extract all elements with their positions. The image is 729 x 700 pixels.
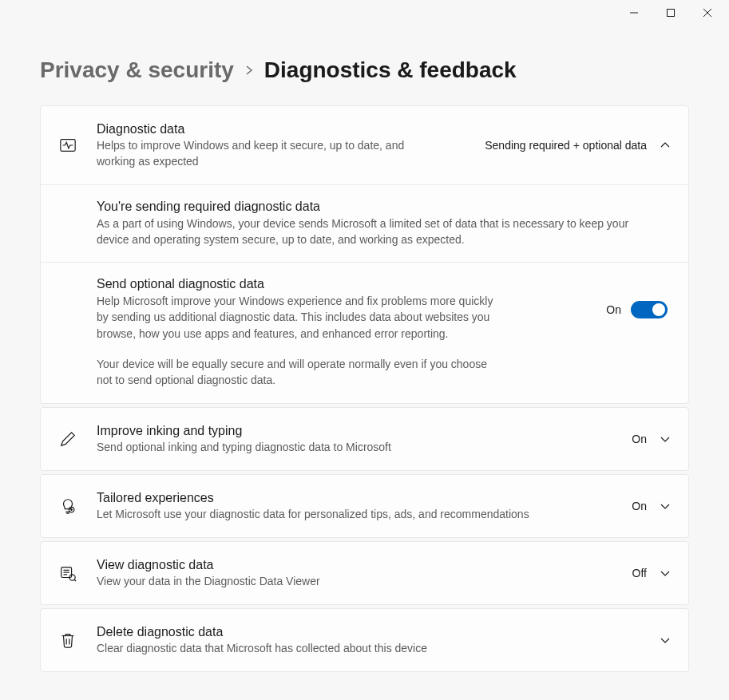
trash-icon [58,631,77,650]
svg-rect-1 [668,10,675,17]
view-diagnostic-card: View diagnostic data View your data in t… [40,541,689,605]
chevron-down-icon [660,500,671,512]
required-data-title: You're sending required diagnostic data [97,200,671,214]
svg-line-11 [74,579,76,581]
close-button[interactable] [689,0,726,26]
chevron-right-icon [245,61,253,80]
maximize-icon [667,9,675,17]
window-titlebar [0,0,729,26]
delete-diagnostic-card: Delete diagnostic data Clear diagnostic … [40,608,689,672]
close-icon [703,9,711,17]
breadcrumb: Privacy & security Diagnostics & feedbac… [0,26,729,105]
tailored-subtitle: Let Microsoft use your diagnostic data f… [97,507,568,523]
tailored-experiences-card: Tailored experiences Let Microsoft use y… [40,474,689,538]
diagnostic-data-subtitle: Helps to improve Windows and keep it sec… [97,138,440,169]
view-data-status: Off [632,567,647,579]
minimize-icon [630,9,638,17]
optional-data-section: Send optional diagnostic data Help Micro… [41,262,688,402]
tailored-experiences-header[interactable]: Tailored experiences Let Microsoft use y… [41,475,688,537]
delete-diagnostic-header[interactable]: Delete diagnostic data Clear diagnostic … [41,609,688,671]
delete-data-title: Delete diagnostic data [97,623,660,641]
breadcrumb-parent[interactable]: Privacy & security [40,57,234,83]
optional-data-toggle[interactable] [631,301,668,318]
inking-subtitle: Send optional inking and typing diagnost… [97,440,568,456]
pen-icon [58,429,77,449]
tailored-status: On [632,500,647,512]
required-data-body: As a part of using Windows, your device … [97,216,656,248]
inking-status: On [632,433,647,445]
lightbulb-icon [58,496,77,516]
maximize-button[interactable] [652,0,689,26]
optional-data-secondary: Your device will be equally secure and w… [97,356,488,389]
chevron-up-icon [660,140,671,151]
tailored-title: Tailored experiences [97,489,632,507]
view-data-title: View diagnostic data [97,556,632,574]
data-view-icon [58,564,77,583]
view-data-subtitle: View your data in the Diagnostic Data Vi… [97,574,568,590]
optional-data-title: Send optional diagnostic data [97,277,504,291]
diagnostic-data-status: Sending required + optional data [485,139,647,152]
inking-typing-card: Improve inking and typing Send optional … [40,407,689,471]
chevron-down-icon [660,568,671,579]
optional-data-toggle-label: On [606,303,621,316]
diagnostic-data-title: Diagnostic data [97,121,485,138]
toggle-knob [652,303,665,316]
optional-data-body: Help Microsoft improve your Windows expe… [97,293,504,342]
diagnostic-data-header[interactable]: Diagnostic data Helps to improve Windows… [41,106,688,184]
page-title: Diagnostics & feedback [264,57,517,83]
delete-data-subtitle: Clear diagnostic data that Microsoft has… [97,641,568,657]
inking-typing-header[interactable]: Improve inking and typing Send optional … [41,408,688,470]
chevron-down-icon [660,433,671,445]
content-area: Diagnostic data Helps to improve Windows… [0,105,729,672]
inking-title: Improve inking and typing [97,422,632,440]
diagnostic-data-card: Diagnostic data Helps to improve Windows… [40,105,689,404]
required-data-section: You're sending required diagnostic data … [41,184,688,263]
chevron-down-icon [660,635,671,646]
heartbeat-icon [58,136,77,155]
minimize-button[interactable] [616,0,652,26]
view-diagnostic-header[interactable]: View diagnostic data View your data in t… [41,542,688,604]
